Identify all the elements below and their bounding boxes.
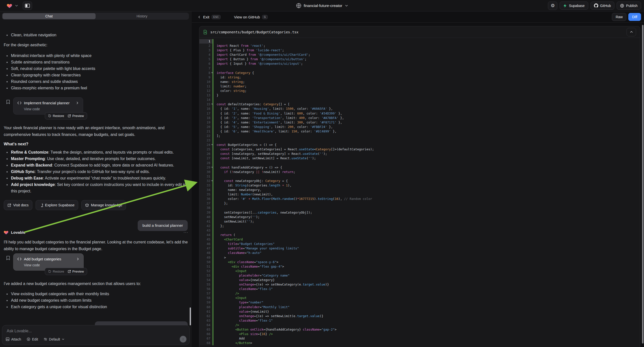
line-number[interactable]: 9 bbox=[200, 75, 212, 80]
line-number[interactable]: 19 bbox=[200, 120, 212, 125]
line-number[interactable]: 60 bbox=[200, 305, 212, 310]
line-number[interactable]: 50 bbox=[200, 260, 212, 264]
fold-chevron-icon[interactable] bbox=[211, 104, 213, 105]
line-number[interactable]: 4 bbox=[200, 52, 212, 57]
restore-button[interactable]: Restore bbox=[48, 270, 64, 273]
fold-chevron-icon[interactable] bbox=[211, 180, 213, 182]
line-number[interactable]: 16 bbox=[200, 106, 212, 111]
line-number[interactable]: 37 bbox=[200, 201, 212, 206]
line-number[interactable]: 53 bbox=[200, 273, 212, 278]
diff-toggle-button[interactable]: Diff bbox=[628, 13, 641, 21]
explore-supabase-button[interactable]: Explore Supabase bbox=[36, 200, 78, 210]
line-number[interactable]: 1 bbox=[200, 39, 212, 44]
line-number[interactable]: 49 bbox=[200, 256, 212, 260]
view-code-link[interactable]: View code bbox=[24, 107, 79, 111]
line-number[interactable]: 57 bbox=[200, 291, 212, 296]
bookmark-icon[interactable] bbox=[6, 100, 10, 104]
line-number[interactable]: 39 bbox=[200, 210, 212, 215]
line-number[interactable]: 12 bbox=[200, 88, 212, 93]
line-number[interactable]: 44 bbox=[200, 233, 212, 237]
line-number[interactable]: 34 bbox=[200, 188, 212, 192]
line-number[interactable]: 21 bbox=[200, 129, 212, 134]
exit-button[interactable]: Exit bbox=[203, 15, 209, 19]
line-number[interactable]: 26 bbox=[200, 152, 212, 156]
fold-chevron-icon[interactable] bbox=[211, 167, 213, 168]
line-number[interactable]: 46 bbox=[200, 242, 212, 246]
line-number[interactable]: 67 bbox=[200, 336, 212, 341]
line-number[interactable]: 17 bbox=[200, 111, 212, 116]
settings-button[interactable]: ⚙ bbox=[548, 2, 557, 10]
line-number[interactable]: 23 bbox=[200, 138, 212, 143]
line-number[interactable]: 33 bbox=[200, 183, 212, 188]
more-options-icon[interactable]: ··· bbox=[184, 230, 188, 235]
line-number[interactable]: 63 bbox=[200, 318, 212, 323]
line-number[interactable]: 48 bbox=[200, 251, 212, 255]
tab-chat[interactable]: Chat bbox=[2, 13, 96, 19]
supabase-button[interactable]: Supabase bbox=[560, 2, 588, 10]
chat-scrollbar[interactable] bbox=[190, 308, 191, 325]
github-button[interactable]: GitHub bbox=[590, 2, 615, 10]
line-number[interactable]: 25 bbox=[200, 147, 212, 152]
visit-docs-button[interactable]: Visit docs bbox=[4, 200, 32, 210]
tab-history[interactable]: History bbox=[96, 13, 189, 19]
line-number[interactable]: 20 bbox=[200, 125, 212, 129]
manage-knowledge-button[interactable]: Manage knowledge bbox=[82, 200, 126, 210]
chevron-down-icon[interactable] bbox=[345, 4, 348, 7]
line-number[interactable]: 18 bbox=[200, 116, 212, 120]
line-number[interactable]: 6 bbox=[200, 62, 212, 66]
line-number[interactable]: 56 bbox=[200, 287, 212, 291]
line-number[interactable]: 14 bbox=[200, 98, 212, 102]
version-card-implement-financial-planner[interactable]: Implement financial planner View code bbox=[13, 97, 83, 114]
restore-button[interactable]: Restore bbox=[48, 114, 64, 118]
lovable-heart-logo[interactable] bbox=[6, 3, 12, 9]
preview-button[interactable]: Preview bbox=[68, 270, 84, 273]
fold-chevron-icon[interactable] bbox=[211, 144, 213, 145]
code-scrollbar[interactable] bbox=[642, 25, 644, 344]
line-number[interactable]: 36 bbox=[200, 197, 212, 201]
line-number[interactable]: 29 bbox=[200, 165, 212, 170]
line-number[interactable]: 42 bbox=[200, 224, 212, 228]
preview-button[interactable]: Preview bbox=[68, 114, 84, 118]
view-code-link[interactable]: View code bbox=[24, 263, 80, 267]
line-number[interactable]: 32 bbox=[200, 179, 212, 183]
line-number[interactable]: 52 bbox=[200, 269, 212, 273]
raw-toggle-button[interactable]: Raw bbox=[612, 13, 626, 21]
fold-chevron-icon[interactable] bbox=[211, 72, 213, 74]
attach-button[interactable]: Attach bbox=[6, 337, 21, 341]
line-number[interactable]: 58 bbox=[200, 296, 212, 300]
composer-input[interactable]: Ask Lovable... bbox=[7, 329, 32, 333]
line-number[interactable]: 22 bbox=[200, 134, 212, 138]
file-card-header[interactable]: src/components/budget/BudgetCategories.t… bbox=[200, 26, 640, 38]
line-number[interactable]: 66 bbox=[200, 332, 212, 336]
chevron-down-icon[interactable] bbox=[15, 4, 18, 7]
line-number[interactable]: 55 bbox=[200, 282, 212, 287]
publish-button[interactable]: Publish bbox=[616, 2, 641, 10]
line-number[interactable]: 35 bbox=[200, 192, 212, 197]
line-number[interactable]: 45 bbox=[200, 237, 212, 242]
code-editor[interactable]: 12import React from 'react';3import { Pl… bbox=[200, 38, 640, 347]
line-number[interactable]: 7 bbox=[200, 66, 212, 71]
line-number[interactable]: 61 bbox=[200, 310, 212, 314]
line-number[interactable]: 5 bbox=[200, 57, 212, 62]
line-number[interactable]: 30 bbox=[200, 170, 212, 174]
line-number[interactable]: 62 bbox=[200, 314, 212, 318]
line-number[interactable]: 13 bbox=[200, 93, 212, 98]
line-number[interactable]: 27 bbox=[200, 156, 212, 160]
send-button[interactable]: ↑ bbox=[180, 336, 186, 342]
line-number[interactable]: 40 bbox=[200, 215, 212, 219]
line-number[interactable]: 54 bbox=[200, 278, 212, 282]
line-number[interactable]: 64 bbox=[200, 323, 212, 327]
line-number[interactable]: 59 bbox=[200, 300, 212, 305]
edit-button[interactable]: Edit bbox=[27, 337, 38, 341]
line-number[interactable]: 38 bbox=[200, 206, 212, 210]
line-number[interactable]: 8 bbox=[200, 71, 212, 75]
collapse-file-button[interactable] bbox=[626, 28, 636, 36]
line-number[interactable]: 65 bbox=[200, 327, 212, 332]
line-number[interactable]: 24 bbox=[200, 143, 212, 147]
line-number[interactable]: 31 bbox=[200, 174, 212, 179]
line-number[interactable]: 47 bbox=[200, 246, 212, 251]
line-number[interactable]: 3 bbox=[200, 48, 212, 52]
line-number[interactable]: 28 bbox=[200, 161, 212, 165]
mode-selector[interactable]: Default bbox=[44, 337, 64, 341]
view-on-github-button[interactable]: View on GitHub bbox=[234, 15, 260, 19]
